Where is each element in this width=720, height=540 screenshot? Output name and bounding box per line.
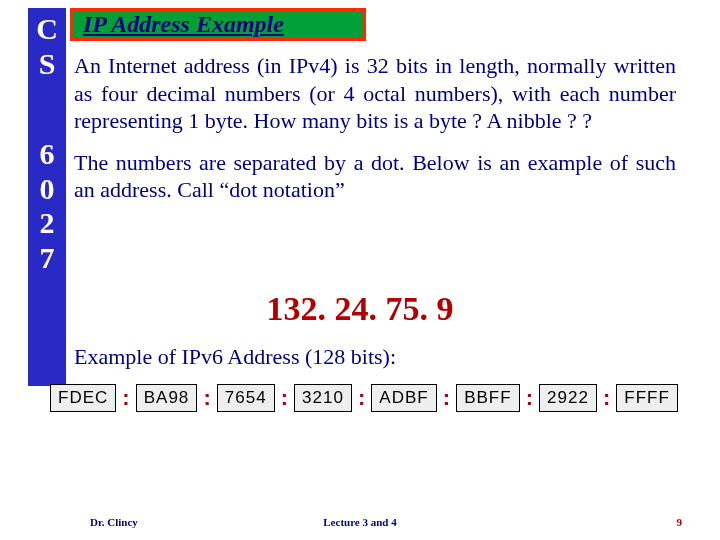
body-text: An Internet address (in IPv4) is 32 bits… bbox=[74, 52, 676, 218]
sidebar-letter: S bbox=[28, 47, 66, 82]
ipv6-group: 2922 bbox=[539, 384, 597, 412]
ipv6-separator: : bbox=[526, 385, 533, 411]
sidebar-digit: 0 bbox=[28, 172, 66, 207]
ipv6-label: Example of IPv6 Address (128 bits): bbox=[74, 344, 396, 370]
ipv6-group: BBFF bbox=[456, 384, 519, 412]
ipv6-address-row: FDEC : BA98 : 7654 : 3210 : ADBF : BBFF … bbox=[50, 384, 678, 412]
slide-title: IP Address Example bbox=[70, 8, 366, 41]
footer-lecture: Lecture 3 and 4 bbox=[0, 516, 720, 528]
ipv6-group: FFFF bbox=[616, 384, 678, 412]
paragraph: An Internet address (in IPv4) is 32 bits… bbox=[74, 52, 676, 135]
ipv4-example: 132. 24. 75. 9 bbox=[0, 290, 720, 328]
ipv6-group: ADBF bbox=[371, 384, 436, 412]
sidebar-digit: 7 bbox=[28, 241, 66, 276]
sidebar-digit: 6 bbox=[28, 137, 66, 172]
ipv6-separator: : bbox=[358, 385, 365, 411]
ipv6-separator: : bbox=[603, 385, 610, 411]
ipv6-group: 7654 bbox=[217, 384, 275, 412]
paragraph: The numbers are separated by a dot. Belo… bbox=[74, 149, 676, 204]
ipv6-group: BA98 bbox=[136, 384, 198, 412]
sidebar-letter: C bbox=[28, 12, 66, 47]
ipv6-separator: : bbox=[122, 385, 129, 411]
course-sidebar: C S 6 0 2 7 bbox=[28, 8, 66, 386]
footer-page-number: 9 bbox=[677, 516, 683, 528]
sidebar-digit: 2 bbox=[28, 206, 66, 241]
ipv6-group: 3210 bbox=[294, 384, 352, 412]
ipv6-separator: : bbox=[443, 385, 450, 411]
ipv6-group: FDEC bbox=[50, 384, 116, 412]
ipv6-separator: : bbox=[281, 385, 288, 411]
ipv6-separator: : bbox=[203, 385, 210, 411]
